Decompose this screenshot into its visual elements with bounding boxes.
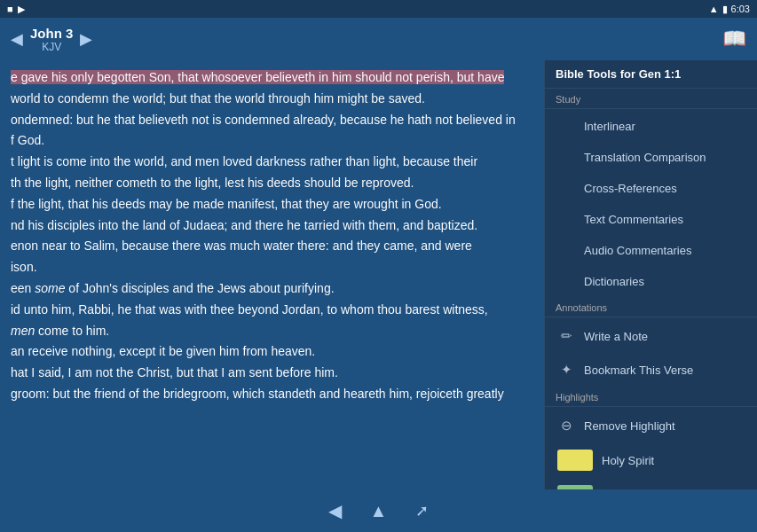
sidebar-item-cross-references[interactable]: Cross-References bbox=[545, 173, 757, 204]
book-title: John 3 bbox=[30, 26, 73, 41]
note-label: Write a Note bbox=[584, 330, 648, 343]
sidebar-item-audio-commentaries[interactable]: Audio Commentaries bbox=[545, 235, 757, 266]
translation-label: Translation Comparison bbox=[584, 151, 706, 164]
sidebar-item-dictionaries[interactable]: Dictionaries bbox=[545, 266, 757, 297]
sidebar-item-holy-spirit[interactable]: Holy Spirit bbox=[545, 442, 757, 478]
book-icon[interactable]: 📖 bbox=[722, 27, 746, 51]
status-icons-left: ■ ▶ bbox=[7, 4, 25, 15]
verse-line-2: world to condemn the world; but that the… bbox=[11, 89, 533, 110]
up-toolbar-button[interactable]: ▲ bbox=[370, 501, 388, 521]
verse-line-4: f God. bbox=[11, 130, 533, 152]
verse-line-16: groom: but the friend of the bridegroom,… bbox=[11, 384, 533, 405]
verse-line-12: id unto him, Rabbi, he that was with the… bbox=[11, 300, 533, 321]
annotations-section-label: Annotations bbox=[545, 297, 757, 315]
next-chapter-button[interactable]: ▶ bbox=[80, 29, 92, 49]
verse-line-7: f the light, that his deeds may be made … bbox=[11, 194, 533, 215]
main-container: e gave his only begotten Son, that whoso… bbox=[0, 60, 757, 489]
prev-chapter-button[interactable]: ◀ bbox=[11, 29, 23, 49]
verse-line-9: enon near to Salim, because there was mu… bbox=[11, 236, 533, 257]
bookmark-icon: ✦ bbox=[557, 362, 575, 378]
time-display: 6:03 bbox=[731, 4, 750, 14]
bottom-toolbar: ◀ ▲ ➚ bbox=[0, 489, 757, 532]
interlinear-label: Interlinear bbox=[584, 120, 635, 133]
app-icon-1: ■ bbox=[7, 4, 13, 15]
status-bar: ■ ▶ ▲ ▮ 6:03 bbox=[0, 0, 757, 18]
verse-line-14: an receive nothing, except it be given h… bbox=[11, 341, 533, 363]
sidebar-item-interlinear[interactable]: Interlinear bbox=[545, 111, 757, 142]
sidebar-item-remove-highlight[interactable]: ⊖ Remove Highlight bbox=[545, 409, 757, 442]
audio-comm-label: Audio Commentaries bbox=[584, 244, 691, 257]
note-icon: ✏ bbox=[557, 328, 575, 344]
remove-highlight-label: Remove Highlight bbox=[584, 419, 675, 433]
grace-label: Grace bbox=[602, 489, 633, 490]
verse-line-5: t light is come into the world, and men … bbox=[11, 152, 533, 173]
text-comm-label: Text Commentaries bbox=[584, 213, 683, 226]
nav-area: ◀ John 3 KJV ▶ bbox=[11, 26, 92, 53]
dict-label: Dictionaries bbox=[584, 275, 644, 288]
study-section-label: Study bbox=[545, 89, 757, 106]
book-info: John 3 KJV bbox=[30, 26, 73, 53]
verse-line-15: hat I said, I am not the Christ, but tha… bbox=[11, 363, 533, 384]
verse-line-1: e gave his only begotten Son, that whoso… bbox=[11, 67, 533, 89]
sidebar-item-text-commentaries[interactable]: Text Commentaries bbox=[545, 204, 757, 235]
sidebar-item-translation-comparison[interactable]: Translation Comparison bbox=[545, 142, 757, 173]
verse-line-8: nd his disciples into the land of Judaea… bbox=[11, 215, 533, 237]
battery-icon: ▮ bbox=[722, 4, 728, 15]
verse-line-10: ison. bbox=[11, 257, 533, 278]
study-divider bbox=[545, 108, 757, 109]
holy-spirit-label: Holy Spirit bbox=[602, 454, 654, 467]
wifi-icon: ▲ bbox=[709, 4, 719, 14]
remove-highlight-icon: ⊖ bbox=[557, 418, 575, 434]
verse-line-13: men come to him. bbox=[11, 321, 533, 342]
bookmark-label: Bookmark This Verse bbox=[584, 364, 693, 377]
verse-line-3: ondemned: but he that believeth not is c… bbox=[11, 110, 533, 131]
sidebar-title: Bible Tools for Gen 1:1 bbox=[545, 60, 757, 89]
sidebar: Bible Tools for Gen 1:1 Study Interlinea… bbox=[544, 60, 757, 489]
sidebar-item-write-a-note[interactable]: ✏ Write a Note bbox=[545, 319, 757, 353]
sidebar-item-bookmark[interactable]: ✦ Bookmark This Verse bbox=[545, 353, 757, 387]
app-icon-2: ▶ bbox=[18, 4, 25, 15]
verse-line-6: th the light, neither cometh to the ligh… bbox=[11, 173, 533, 194]
bible-text-area: e gave his only begotten Son, that whoso… bbox=[0, 60, 544, 489]
book-version: KJV bbox=[30, 41, 73, 53]
sidebar-item-grace[interactable]: Grace bbox=[545, 478, 757, 489]
back-toolbar-button[interactable]: ◀ bbox=[328, 500, 342, 521]
cross-ref-label: Cross-References bbox=[584, 182, 677, 195]
highlights-divider bbox=[545, 406, 757, 407]
annotations-divider bbox=[545, 317, 757, 317]
app-header: ◀ John 3 KJV ▶ 📖 bbox=[0, 18, 757, 60]
holy-spirit-color-swatch bbox=[557, 450, 593, 471]
share-toolbar-button[interactable]: ➚ bbox=[415, 501, 429, 520]
highlighted-verse: e gave his only begotten Son, that whoso… bbox=[11, 70, 504, 84]
highlights-section-label: Highlights bbox=[545, 387, 757, 404]
grace-color-swatch bbox=[557, 485, 593, 489]
verse-line-11: een some of John's disciples and the Jew… bbox=[11, 278, 533, 300]
